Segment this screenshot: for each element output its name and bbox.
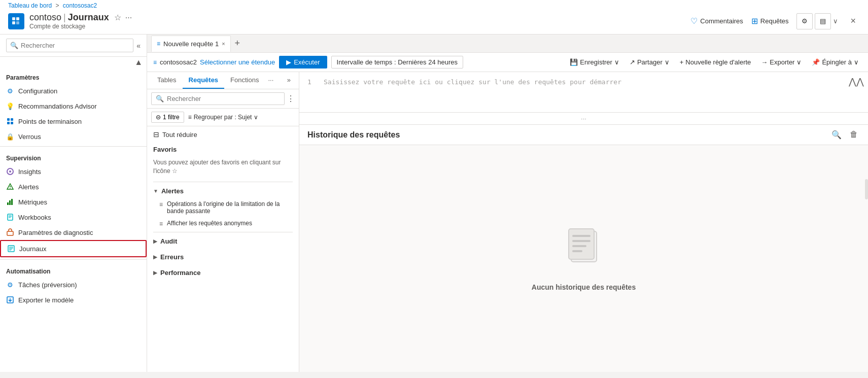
recommandations-icon: 💡 — [6, 102, 14, 110]
sidebar-search-container: 🔍 « — [0, 35, 147, 57]
group-favoris-header[interactable]: Favoris — [147, 143, 299, 156]
results-area: Historique des requêtes 🔍 🗑 — [299, 125, 868, 372]
save-button[interactable]: 💾 Enregistrer ∨ — [567, 56, 622, 68]
tab-icon: ≡ — [157, 40, 160, 47]
new-alert-button[interactable]: + Nouvelle règle d'alerte — [677, 56, 754, 68]
svg-rect-4 — [7, 118, 10, 121]
panel-search-input[interactable] — [167, 95, 280, 102]
editor-collapse-button[interactable]: ⋀⋀ — [849, 76, 864, 87]
sidebar-item-export[interactable]: Exporter le modèle — [0, 292, 147, 307]
sidebar-item-recommandations[interactable]: 💡 Recommandations Advisor — [0, 98, 147, 114]
close-button[interactable]: × — [846, 14, 860, 28]
comments-button[interactable]: ♡ Commentaires — [690, 16, 743, 26]
query-item-icon: ≡ — [159, 201, 163, 208]
panel-tab-more[interactable]: ··· — [265, 72, 276, 89]
query-item-anonymous[interactable]: ≡ Afficher les requêtes anonymes — [147, 217, 299, 230]
sidebar-collapse-button[interactable]: « — [136, 42, 141, 50]
results-delete-button[interactable]: 🗑 — [848, 129, 860, 141]
sidebar-item-configuration[interactable]: ⚙ Configuration — [0, 83, 147, 98]
query-tab-1[interactable]: ≡ Nouvelle requête 1 × — [151, 36, 231, 52]
app-header: contoso | Journaux ☆ ··· Compte de stock… — [0, 9, 868, 34]
add-tab-button[interactable]: + — [232, 38, 244, 49]
query-group-performance: ▶ Performance — [147, 266, 299, 280]
sidebar-search-input[interactable] — [6, 39, 133, 52]
svg-rect-6 — [7, 122, 10, 124]
app-page-title: Journaux — [68, 12, 109, 23]
save-icon: 💾 — [570, 58, 578, 66]
group-favoris-note: Vous pouvez ajouter des favoris en cliqu… — [147, 156, 299, 180]
sidebar-item-taches[interactable]: ⚙ Tâches (préversion) — [0, 277, 147, 292]
more-options-icon[interactable]: ··· — [125, 13, 132, 22]
svg-rect-35 — [572, 240, 591, 242]
heart-icon: ♡ — [690, 16, 698, 26]
tab-requetes[interactable]: Requêtes — [183, 72, 225, 89]
audit-expand-arrow: ▶ — [153, 238, 157, 244]
section-title-supervision: Supervision — [0, 149, 147, 164]
group-erreurs-header[interactable]: ▶ Erreurs — [147, 250, 299, 264]
settings-group: ⚙ ▤ ∨ — [796, 13, 838, 29]
breadcrumb-current[interactable]: contososac2 — [63, 2, 97, 9]
group-by-selector[interactable]: ≡ Regrouper par : Sujet ∨ — [188, 114, 259, 121]
svg-rect-36 — [572, 245, 586, 247]
new-alert-icon: + — [680, 58, 684, 66]
share-chevron: ∨ — [665, 58, 670, 66]
sidebar-item-alertes[interactable]: Alertes — [0, 179, 147, 194]
scope-select-button[interactable]: Sélectionner une étendue — [200, 58, 275, 66]
sidebar-item-endpoints[interactable]: Points de terminaison — [0, 114, 147, 129]
queries-button[interactable]: ⊞ Requêtes — [751, 16, 789, 26]
pin-label: Épingler à — [822, 58, 852, 66]
settings-button[interactable]: ⚙ — [796, 13, 813, 29]
group-by-chevron: ∨ — [254, 114, 258, 121]
right-panel: 1 Saisissez votre requête ici ou cliquez… — [299, 72, 868, 372]
pin-button[interactable]: 📌 Épingler à ∨ — [809, 56, 862, 68]
group-alertes-header[interactable]: ▼ Alertes — [147, 184, 299, 198]
query-tabs-bar: ≡ Nouvelle requête 1 × + — [147, 35, 868, 53]
filter-label: 1 filtre — [163, 114, 180, 121]
sidebar-item-workbooks[interactable]: Workbooks — [0, 210, 147, 225]
title-sep: | — [63, 12, 66, 23]
tab-close-button[interactable]: × — [222, 41, 225, 47]
results-header: Historique des requêtes 🔍 🗑 — [299, 125, 868, 145]
run-button[interactable]: ▶ Exécuter — [279, 56, 327, 68]
panel-collapse-button[interactable]: » — [283, 72, 295, 89]
sidebar-item-verrous[interactable]: 🔒 Verrous — [0, 129, 147, 144]
panel-filter-row: ⊝ 1 filtre ≡ Regrouper par : Sujet ∨ — [147, 109, 299, 126]
sidebar-item-label: Paramètres de diagnostic — [18, 229, 93, 236]
collapse-all-button[interactable]: ⊟ Tout réduire — [147, 126, 299, 143]
favorite-star-icon[interactable]: ☆ — [114, 13, 121, 22]
queries-icon: ⊞ — [751, 16, 758, 26]
pin-icon: 📌 — [812, 58, 820, 66]
tab-tables[interactable]: Tables — [151, 72, 183, 89]
query-item-throttle[interactable]: ≡ Opérations à l'origine de la limitatio… — [147, 198, 299, 217]
breadcrumb-parent[interactable]: Tableau de bord — [8, 2, 52, 9]
panel-search-more-button[interactable]: ⋮ — [287, 94, 295, 104]
main-layout: 🔍 « ▲ Paramètres ⚙ Configuration 💡 Recom… — [0, 35, 868, 372]
group-by-label: Regrouper par : Sujet — [194, 114, 252, 121]
layout-chevron[interactable]: ∨ — [833, 17, 838, 25]
sidebar-item-insights[interactable]: Insights — [0, 164, 147, 179]
share-button[interactable]: ↗ Partager ∨ — [627, 56, 673, 68]
time-range-button[interactable]: Intervalle de temps : Dernières 24 heure… — [331, 56, 463, 68]
svg-point-9 — [9, 170, 11, 173]
query-item-label: Opérations à l'origine de la limitation … — [167, 200, 293, 215]
layout-button[interactable]: ▤ — [815, 13, 831, 29]
svg-rect-13 — [7, 202, 9, 205]
editor-area[interactable]: 1 Saisissez votre requête ici ou cliquez… — [299, 72, 868, 113]
editor-resize-handle[interactable]: ··· — [299, 113, 868, 125]
sidebar-item-journaux[interactable]: Journaux — [0, 240, 147, 257]
save-label: Enregistrer — [580, 58, 612, 66]
results-search-button[interactable]: 🔍 — [829, 129, 844, 141]
export-label: Exporter — [770, 58, 794, 66]
share-label: Partager — [637, 58, 663, 66]
sidebar-item-diagnostic[interactable]: Paramètres de diagnostic — [0, 225, 147, 240]
sidebar-item-metriques[interactable]: Métriques — [0, 194, 147, 210]
group-erreurs-label: Erreurs — [160, 253, 184, 261]
tab-fonctions[interactable]: Fonctions — [224, 72, 265, 89]
filter-button[interactable]: ⊝ 1 filtre — [151, 112, 184, 123]
export-button[interactable]: → Exporter ∨ — [758, 56, 805, 68]
group-performance-header[interactable]: ▶ Performance — [147, 266, 299, 280]
group-audit-header[interactable]: ▶ Audit — [147, 234, 299, 248]
new-alert-label: Nouvelle règle d'alerte — [685, 58, 751, 66]
svg-rect-16 — [8, 214, 13, 220]
window-header: Tableau de bord > contososac2 contoso | … — [0, 0, 868, 35]
